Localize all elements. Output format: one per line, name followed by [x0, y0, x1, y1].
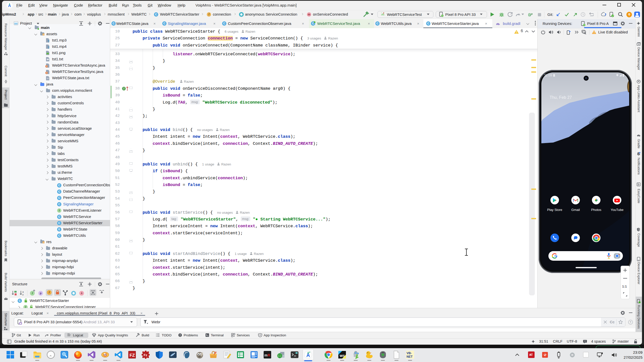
svg-text:WS: WS	[340, 354, 345, 358]
svg-text:a: a	[22, 291, 24, 293]
svg-text:VB-: VB-	[407, 351, 412, 355]
svg-text:?: ?	[630, 321, 631, 324]
svg-text:m: m	[264, 353, 267, 357]
svg-text:NET: NET	[407, 355, 413, 358]
svg-text:FZ: FZ	[130, 353, 135, 358]
svg-text:z: z	[22, 293, 24, 296]
svg-text:Fz: Fz	[144, 353, 147, 357]
svg-text:R: R	[268, 353, 270, 357]
